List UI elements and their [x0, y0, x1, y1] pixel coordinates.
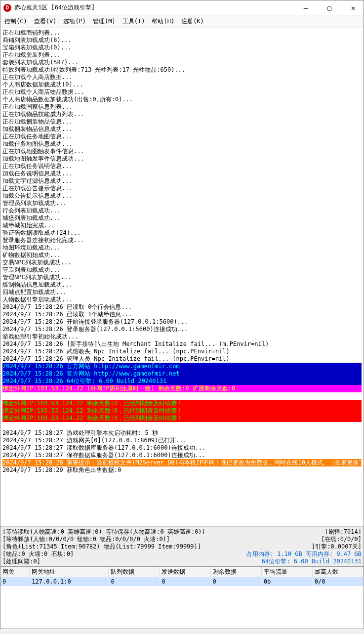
close-button[interactable]: ✕ [346, 4, 361, 12]
status-l4-right: 占用内存: 1.10 GB 可用内存: 9.47 GB [246, 550, 362, 558]
log-line [2, 392, 362, 400]
log-line: 游戏处理引擎初始化成功... [2, 333, 362, 340]
table-header-cell[interactable]: 网关 [0, 567, 30, 577]
minimize-button[interactable]: — [298, 4, 313, 12]
log-line: 2024/9/7 15:28:27 保存数据库服务器(127.0.0.1:600… [2, 452, 362, 459]
log-line: 验证码数据读取成功(24)... [2, 229, 362, 237]
log-line: 人物数据引擎启动成功... [2, 296, 362, 303]
log-line: 正在加载商铺列表... [2, 29, 362, 37]
log-line: 2024/9/7 15:28:26 官方网站 http://www.gameof… [2, 363, 362, 370]
app-window: D 赤心巡天1区 [64位游戏引擎] — ▢ ✕ 控制(C) 查看(V) 选项(… [0, 0, 364, 629]
table-header-cell[interactable]: 发送数据 [160, 567, 210, 577]
log-line: 守卫列表加载成功... [2, 266, 362, 274]
log-line [2, 422, 362, 429]
log-line: 正在加载任务说明信息... [2, 163, 362, 170]
log-line: 加载任务地图信息成功... [2, 140, 362, 148]
log-line: 正在加载任务地图信息... [2, 133, 362, 140]
table-header-cell[interactable]: 网关地址 [30, 567, 109, 577]
log-line: 2024/9/7 15:28:27 游戏处理引擎本次启动耗时: 5 秒 [2, 429, 362, 437]
log-line: 绑定外网IP:103.53.124.22 剩余天数:0，已经到期请及时续费！ [2, 415, 362, 422]
status-l5-left: [处理间隔:0] [2, 558, 40, 565]
status-l2-left: [等待释放(人物:0/0/0/0 怪物:0 物品:0/0/0/0 火墙:0)] [2, 536, 170, 543]
table-empty-area [0, 586, 364, 629]
log-line: 加载文字过滤信息成功... [2, 177, 362, 185]
log-line: 个人商店数据加载成功(0)... [2, 81, 362, 88]
app-icon: D [3, 4, 11, 12]
log-line: 2024/9/7 15:28:26 64位引擎: 6.00 Build 2024… [2, 378, 362, 385]
table-header-cell[interactable]: 队列数据 [109, 567, 160, 577]
table-header-cell[interactable]: 最高人数 [312, 567, 363, 577]
log-line: 加载任务说明信息成功... [2, 170, 362, 177]
status-l3-right: [引擎:0.0007天] [312, 543, 362, 550]
log-line: 行会列表加载成功... [2, 207, 362, 214]
menu-register[interactable]: 注册(K) [181, 17, 204, 26]
menu-view[interactable]: 查看(V) [34, 17, 57, 26]
log-line: 2024/9/7 15:28:26 管理人员 Npc Initalize fai… [2, 355, 362, 363]
status-l5-right: 64位引擎: 6.00 Build 20240131 [262, 558, 362, 565]
titlebar-left: D 赤心巡天1区 [64位游戏引擎] [3, 3, 95, 12]
table-cell[interactable]: 0b [261, 577, 312, 586]
log-line: 城堡列表加载成功... [2, 214, 362, 222]
status-bar: [等待读取(人物高速:0 英雄高速:0) 等待保存(人物高速:0 英雄高速:0)… [0, 526, 364, 566]
log-line: 炼制物品信息加载成功... [2, 281, 362, 289]
table-header-row[interactable]: 网关网关地址队列数据发送数据剩余数据平均流量最高人数 [0, 567, 364, 577]
status-l4-left: [物品:0 火墙:0 石块:0] [2, 550, 74, 558]
menubar: 控制(C) 查看(V) 选项(P) 管理(M) 工具(T) 帮助(H) 注册(K… [0, 15, 364, 28]
menu-tools[interactable]: 工具(T) [122, 17, 145, 26]
log-line: 管理员列表加载成功... [2, 200, 362, 207]
log-line: 2024/9/7 15:28:29 获取角色出售数据:0 [2, 466, 362, 474]
log-line: 个人商店物品数据加载成功(出售:0,所有:0)... [2, 96, 362, 103]
log-line: 绑定外网IP:103.53.124.22 剩余天数:0，已经到期请及时续费！ [2, 407, 362, 415]
log-line: 2024/9/7 15:28:26 已读取 1个城堡信息... [2, 311, 362, 318]
table-cell[interactable]: 0 [160, 577, 210, 586]
log-line: 正在加载个人商店数据... [2, 74, 362, 81]
log-line: 2024/9/7 15:28:27 读取数据库服务器(127.0.0.1:600… [2, 444, 362, 452]
log-line: 特效列表加载成功(特效列表:713 光柱列表:17 光柱物品:650)... [2, 66, 362, 74]
table-cell[interactable]: 0 [210, 577, 261, 586]
table-cell[interactable]: 127.0.0.1:0 [30, 577, 109, 586]
log-line: 正在加载个人商店物品数据... [2, 88, 362, 96]
log-line: 绑定外网IP:103.53.124.22 (外网IP需和注册时一致) 剩余天数:… [2, 385, 362, 392]
table-row[interactable]: 0127.0.0.1:00000b0/0 [0, 577, 364, 586]
log-line: 交易NPC列表加载成功... [2, 259, 362, 266]
log-line: 正在加载地图触发事件信息... [2, 148, 362, 155]
table-header-cell[interactable]: 平均流量 [261, 567, 312, 577]
log-output[interactable]: 正在加载商铺列表...商铺列表加载成功(8)...宝箱列表加载成功(0)...正… [0, 28, 364, 526]
log-line: 加载捆装物品信息成功... [2, 126, 362, 133]
window-title: 赤心巡天1区 [64位游戏引擎] [14, 3, 95, 12]
log-line: 地图环境加载成功... [2, 244, 362, 252]
log-line: 2024/9/7 15:28:26 [新手接待]\出生地 Merchant In… [2, 340, 362, 348]
status-l2-right: [在线:0/0/0] [321, 536, 362, 543]
menu-control[interactable]: 控制(C) [4, 17, 27, 26]
log-line: 加载地图触发事件信息成功... [2, 155, 362, 163]
table-header-cell[interactable]: 剩余数据 [210, 567, 261, 577]
status-l1-right: [刷怪:7014] [324, 528, 362, 536]
log-line: 2024/9/7 15:28:26 登录服务器(127.0.0.1:5600)连… [2, 326, 362, 333]
log-line: 矿物数据初始成功... [2, 252, 362, 259]
log-line: 宝箱列表加载成功(0)... [2, 44, 362, 51]
log-line: 商铺列表加载成功(8)... [2, 37, 362, 44]
menu-help[interactable]: 帮助(H) [152, 17, 174, 26]
log-line: 套装列表加载成功(587)... [2, 59, 362, 66]
log-line: 2024/9/7 15:28:26 官方网站 http://www.gameof… [2, 370, 362, 378]
log-line: 正在加载套装列表... [2, 51, 362, 59]
log-line: 2024/9/7 15:28:26 已读取 0个行会信息... [2, 303, 362, 311]
menu-options[interactable]: 选项(P) [63, 17, 86, 26]
log-line: 加载公告提示信息成功... [2, 192, 362, 200]
log-line: 正在加载物品技能威力列表... [2, 111, 362, 118]
titlebar[interactable]: D 赤心巡天1区 [64位游戏引擎] — ▢ ✕ [0, 0, 364, 15]
maximize-button[interactable]: ▢ [322, 4, 337, 12]
table-cell[interactable]: 0 [0, 577, 30, 586]
log-line: 2024/9/7 15:28:26 开始连接登录服务器(127.0.0.1:56… [2, 318, 362, 326]
status-l1-left: [等待读取(人物高速:0 英雄高速:0) 等待保存(人物高速:0 英雄高速:0)… [2, 528, 205, 536]
log-line: 2024/9/7 15:28:28 重要提示：当前授权文件(M2Server.D… [2, 459, 362, 466]
table-cell[interactable]: 0 [109, 577, 160, 586]
log-line: 2024/9/7 15:28:27 游戏网关[0](127.0.0.1:8609… [2, 437, 362, 444]
log-line: 绑定外网IP:103.53.124.22 剩余天数:0，已经到期请及时续费！ [2, 400, 362, 407]
menu-manage[interactable]: 管理(M) [93, 17, 116, 26]
table-cell[interactable]: 0/0 [312, 577, 363, 586]
status-l3-left: [角色(List:71345 Item:90782) 物品(List:79999… [2, 543, 201, 550]
log-line: 正在加载捆装物品信息... [2, 118, 362, 126]
log-line: 回城点配置加载成功... [2, 289, 362, 296]
window-controls: — ▢ ✕ [298, 4, 361, 12]
